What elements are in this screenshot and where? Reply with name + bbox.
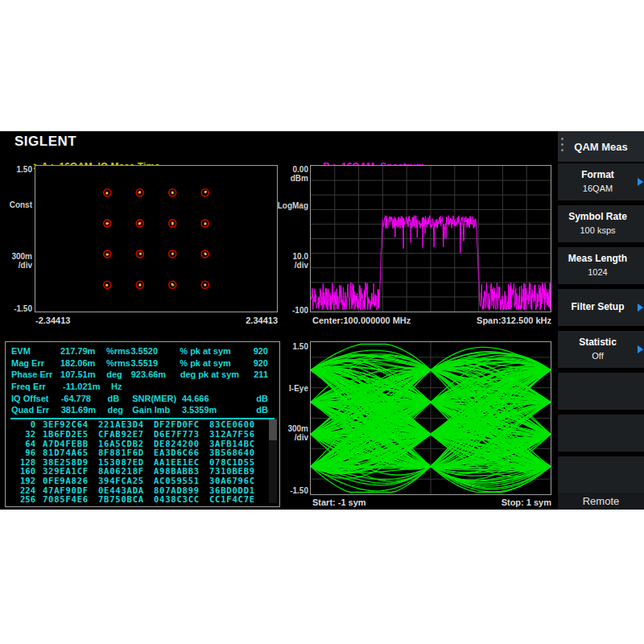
metric-cell: -11.021m (63, 382, 111, 391)
hex-group: AC059551 (154, 476, 202, 485)
metric-cell: Freq Err (11, 382, 63, 391)
hex-address: 32 (11, 429, 35, 439)
a-y-scale-unit: /div (0, 261, 32, 270)
hex-group: 38E258D9 (43, 457, 91, 467)
hex-group: 1B6FD2E5 (43, 429, 91, 439)
spectrum-plot[interactable] (310, 165, 551, 312)
hex-row: 03EF92C64221AE3D4DF2FD0FC83CE0600 (6, 420, 279, 430)
metric-cell: 211 (254, 369, 279, 379)
hex-rows: 03EF92C64221AE3D4DF2FD0FC83CE0600321B6FD… (6, 420, 279, 504)
metric-cell: Phase Err (11, 369, 60, 379)
metric-cell: IQ Offset (11, 394, 61, 403)
metric-cell: 182.06m (60, 358, 106, 368)
softkey-meas-length[interactable]: Meas Length1024 (558, 247, 644, 284)
a-y-max: 1.50 (0, 165, 32, 174)
hex-group: 8A06218F (98, 466, 147, 476)
hex-group: CFAB92E7 (98, 429, 147, 439)
a-y-label: Const (0, 200, 32, 209)
hex-address: 160 (11, 466, 35, 476)
a-y-min: -1.50 (0, 304, 32, 313)
metric-cell: 920 (254, 358, 279, 368)
softkey-label: Format (558, 169, 638, 180)
hex-row: 22447AF90DF0E443ADA807AD89936BD0DD1 (6, 485, 279, 495)
hex-group: 83CE0600 (209, 419, 258, 429)
softkey-empty[interactable] (558, 373, 644, 410)
b-y-scale: 10.0 (266, 252, 308, 261)
metric-cell: deg (106, 369, 131, 379)
softkey-filter-setup[interactable]: Filter Setup (558, 289, 644, 326)
d-y-scale: 300m (266, 424, 308, 433)
b-y-min: -100 (266, 306, 308, 315)
softkey-statistic[interactable]: StatisticOff (558, 331, 644, 368)
softkey-value: 16QAM (558, 184, 638, 193)
d-y-label: I-Eye (266, 384, 308, 393)
metric-row: Freq Err-11.021mHz (6, 381, 279, 393)
b-scale-type: LogMag (266, 201, 308, 210)
menu-header[interactable]: QAM Meas (558, 131, 644, 162)
hex-group: 153087ED (98, 457, 147, 467)
hex-row: 64A7D4FEBB16A5CDB2DE8242003AFB14BC (6, 439, 279, 448)
metric-row: Quad Err381.69mdegGain Imb3.5359mdB (6, 404, 279, 416)
hex-row: 2567085F4E67B750BCA0438C3CCCC1F4C7E (6, 494, 279, 504)
softkey-label: Filter Setup (558, 301, 638, 312)
metric-cell: deg (107, 405, 132, 415)
hex-address: 224 (11, 485, 35, 495)
hex-group: CC1F4C7E (209, 494, 258, 504)
metric-cell: 44.666 (182, 394, 256, 403)
a-y-scale: 300m (0, 252, 32, 261)
softkey-menu: QAM Meas Format16QAMSymbol Rate100 kspsM… (558, 131, 644, 510)
d-start: Start: -1 sym (312, 497, 366, 507)
b-span: Span:312.500 kHz (447, 316, 551, 325)
hex-group: 3AFB14BC (209, 439, 258, 448)
a-x-max: 2.34413 (197, 316, 278, 325)
symerr-table: EVM217.79m%rms3.5520% pk at sym920Mag Er… (5, 341, 280, 507)
hex-group: 7310BEB9 (209, 466, 258, 476)
softkey-empty[interactable] (558, 415, 644, 452)
metric-row: EVM217.79m%rms3.5520% pk at sym920 (6, 345, 279, 357)
metric-cell: deg pk at sym (180, 369, 254, 379)
hex-group: AA1EE1EC (154, 457, 202, 467)
table-separator (10, 418, 275, 419)
softkey-format[interactable]: Format16QAM (558, 163, 644, 200)
metric-cell: %rms (106, 358, 130, 368)
metric-cell: SNR(MER) (132, 394, 182, 403)
metric-cell: -64.778 (61, 394, 108, 403)
metric-cell: Mag Err (11, 358, 60, 368)
softkey-label: Statistic (558, 336, 638, 348)
hex-group: 394FCA25 (98, 476, 147, 485)
softkey-value: 1024 (558, 267, 638, 277)
softkey-label: Symbol Rate (558, 211, 638, 222)
hex-address: 128 (11, 457, 35, 467)
hex-address: 192 (11, 476, 35, 485)
metric-cell: 217.79m (60, 346, 106, 356)
metric-cell: dB (107, 394, 132, 403)
metric-cell: % pk at sym (180, 358, 253, 368)
submenu-arrow-icon (638, 345, 643, 353)
remote-button[interactable]: Remote (558, 493, 644, 510)
metric-cell: 923.66m (131, 369, 180, 379)
hex-row: 321B6FD2E5CFAB92E7D6E7F773312A7F56 (6, 429, 279, 439)
submenu-arrow-icon (638, 303, 643, 312)
hex-group: EA3D6C66 (154, 448, 202, 457)
hex-address: 64 (11, 439, 35, 448)
hex-address: 0 (11, 419, 35, 429)
hex-group: DF2FD0FC (154, 419, 202, 429)
metric-cell: 3.5519 (130, 358, 180, 368)
hex-group: 81D74A65 (43, 448, 91, 457)
constellation-plot[interactable] (35, 165, 278, 312)
metric-cell: 107.51m (60, 369, 106, 379)
softkey-symbol-rate[interactable]: Symbol Rate100 ksps (558, 205, 644, 242)
hex-group: A98BABB3 (154, 466, 202, 476)
softkey-empty[interactable] (558, 456, 644, 493)
a-x-min: -2.34413 (35, 316, 70, 325)
metric-cell: 381.69m (61, 405, 108, 415)
d-y-max: 1.50 (266, 342, 308, 351)
softkey-label: Meas Length (558, 253, 638, 264)
b-ref-unit: dBm (266, 174, 308, 183)
hex-row: 1920FE9A826394FCA25AC05955130A6796C (6, 476, 279, 485)
hex-group: 8F881F6D (98, 448, 147, 457)
b-y-scale-unit: /div (266, 261, 308, 270)
eye-diagram-plot[interactable] (310, 341, 551, 495)
metric-row: IQ Offset-64.778dBSNR(MER)44.666dB (6, 392, 279, 404)
hex-group: 3EF92C64 (43, 419, 91, 429)
